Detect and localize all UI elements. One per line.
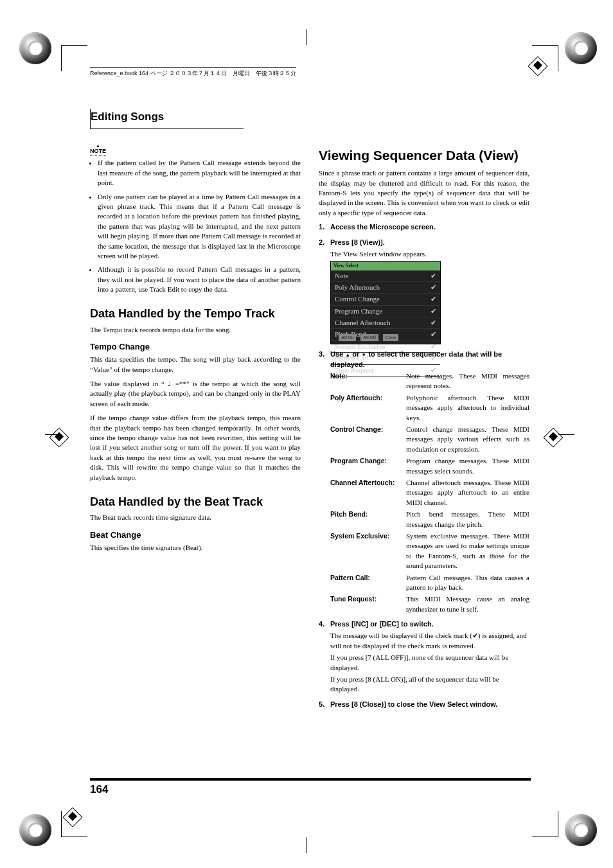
step-2: Press [8 (View)]. The View Select window…: [319, 238, 529, 345]
binder-ring-icon: [19, 814, 51, 846]
heading-beat-change: Beat Change: [90, 529, 301, 541]
checkmark-icon: [472, 632, 478, 639]
step-5: Press [8 (Close)] to close the View Sele…: [319, 700, 529, 709]
text-fragment: The message will be displayed if the che…: [330, 632, 472, 639]
kv-value: Polyphonic aftertouch. These MIDI messag…: [406, 393, 529, 423]
kv-value: Channel aftertouch messages. These MIDI …: [406, 478, 529, 508]
step-subtext: The View Select window appears.: [330, 249, 529, 259]
kv-label: Channel Aftertouch:: [330, 478, 406, 508]
heading-tempo-change: Tempo Change: [90, 341, 301, 353]
page-number: 164: [90, 782, 108, 797]
step-text: Access the Microscope screen.: [330, 223, 436, 231]
registration-mark-icon: [543, 427, 563, 447]
kv-label: System Exclusive:: [330, 531, 406, 571]
kv-label: Pattern Call:: [330, 573, 406, 593]
list-item: Channel Aftertouch: [335, 318, 390, 328]
close-button: Close: [383, 334, 398, 342]
body-text: This data specifies the tempo. The song …: [90, 355, 301, 375]
step-subtext: The message will be displayed if the che…: [330, 631, 529, 651]
page-rule: [90, 778, 531, 781]
body-text: The value displayed in “ =**” is the tem…: [90, 379, 301, 409]
step-1: Access the Microscope screen.: [319, 222, 529, 232]
step-subtext: If you press [8 (ALL ON)], all of the se…: [330, 675, 529, 695]
kv-label: Tune Request:: [330, 594, 406, 614]
kv-value: Program change messages. These MIDI mess…: [406, 456, 529, 476]
step-3: Use or to select the sequencer data that…: [319, 350, 529, 614]
kv-label: Note:: [330, 371, 406, 391]
kv-value: Control change messages. These MIDI mess…: [406, 425, 529, 454]
bullet-item: Although it is possible to record Patter…: [98, 265, 301, 294]
kv-label: Pitch Bend:: [330, 509, 406, 529]
bullet-item: If the pattern called by the Pattern Cal…: [98, 158, 301, 188]
crop-mark-icon: [61, 45, 87, 71]
binder-ring-icon: [565, 32, 597, 64]
step-text: or: [350, 350, 361, 358]
crop-mark-icon: [532, 811, 558, 837]
step-4: Press [INC] or [DEC] to switch. The mess…: [319, 619, 529, 695]
step-text: Use: [330, 350, 345, 358]
binder-ring-icon: [19, 32, 51, 64]
left-column: NOTE If the pattern called by the Patter…: [90, 146, 301, 714]
kv-label: Control Change:: [330, 425, 406, 454]
kv-label: Poly Aftertouch:: [330, 393, 406, 423]
list-item: Control Change: [335, 294, 380, 304]
heading-tempo-track: Data Handled by the Tempo Track: [90, 306, 301, 322]
list-item: Poly Aftertouch: [335, 283, 380, 292]
kv-value: Pitch bend messages. These MIDI messages…: [406, 509, 529, 529]
print-hint: Reference_e.book 164 ページ ２００３年７月１４日 月曜日 …: [90, 67, 296, 78]
body-text: This specifies the time signature (Beat)…: [90, 543, 301, 553]
step-subtext: If you press [7 (ALL OFF)], none of the …: [330, 653, 529, 673]
kv-value: Note messages. These MIDI messages repre…: [406, 371, 529, 391]
binder-ring-icon: [565, 814, 597, 846]
heading-view: Viewing Sequencer Data (View): [319, 146, 529, 164]
kv-value: This MIDI Message cause an analog synthe…: [406, 594, 529, 614]
section-header: Editing Songs: [90, 109, 244, 129]
all-off-button: All Off: [360, 334, 378, 342]
body-text: The Tempo track records tempo data for t…: [90, 325, 301, 335]
kv-value: System exclusive messages. These MIDI me…: [406, 531, 529, 571]
view-select-screenshot: View Select Note✔ Poly Aftertouch✔ Contr…: [330, 261, 441, 344]
quarter-note-icon: [168, 380, 172, 387]
heading-beat-track: Data Handled by the Beat Track: [90, 494, 301, 510]
step-text: Press [8 (View)].: [330, 238, 385, 246]
bullet-item: Only one pattern can be played at a time…: [98, 192, 301, 261]
all-on-button: All On: [339, 334, 356, 342]
body-text: The Beat track records time signature da…: [90, 513, 301, 522]
screenshot-title: View Select: [331, 261, 440, 270]
right-column: Viewing Sequencer Data (View) Since a ph…: [319, 146, 529, 714]
body-text: Since a phrase track or pattern contains…: [319, 168, 529, 218]
note-bullets: If the pattern called by the Pattern Cal…: [90, 158, 301, 294]
step-text: Press [8 (Close)] to close the View Sele…: [330, 700, 497, 708]
note-icon: NOTE: [90, 147, 106, 157]
kv-value: Pattern Call messages. This data causes …: [406, 573, 529, 593]
definition-table: Note:Note messages. These MIDI messages …: [330, 371, 529, 614]
text-fragment: The value displayed in “: [90, 380, 168, 387]
list-item: Note: [335, 271, 348, 281]
up-arrow-icon: [345, 350, 350, 358]
tick-mark-icon: [306, 837, 307, 853]
list-item: Program Change: [335, 306, 382, 316]
registration-mark-icon: [49, 427, 69, 447]
tick-mark-icon: [306, 29, 307, 45]
body-text: If the tempo change value differs from t…: [90, 413, 301, 483]
step-text: Press [INC] or [DEC] to switch.: [330, 620, 434, 628]
kv-label: Program Change:: [330, 456, 406, 476]
